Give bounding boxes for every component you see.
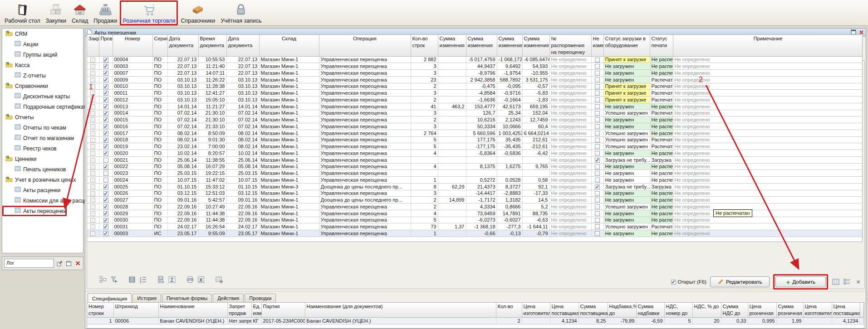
cell-proved[interactable] <box>99 230 113 237</box>
cell-warehouse[interactable]: Магазин Мини-1 <box>259 170 319 177</box>
cell-doc-date[interactable]: 22.07.13 <box>167 56 198 63</box>
cell-note[interactable]: Не определено <box>673 136 863 143</box>
cell-unchanged[interactable] <box>591 230 603 237</box>
cell-line-count[interactable]: 3 <box>411 190 438 197</box>
cell-series[interactable]: ПО <box>152 183 167 190</box>
cell-unchanged[interactable] <box>591 76 603 83</box>
cell-sum2[interactable]: 50,3334 <box>466 123 497 130</box>
cell-doc-date[interactable]: 09.01.16 <box>167 197 198 203</box>
filter-add-icon[interactable] <box>110 276 118 284</box>
spec-cell-15[interactable]: 20 <box>692 317 721 324</box>
cell-series[interactable]: ПО <box>152 130 167 136</box>
cell-closed[interactable] <box>87 183 99 190</box>
cell-sum3[interactable]: -0,095 <box>497 83 522 90</box>
cell-sum3[interactable]: 42,5173 <box>497 103 522 110</box>
sidebar-item-3[interactable]: Группы акций <box>2 49 83 60</box>
cell-operation[interactable]: Управленческая переоценка <box>319 150 411 157</box>
proved-checkbox[interactable] <box>103 111 108 116</box>
cell-order-number[interactable]: Не определено <box>549 217 591 223</box>
cell-unchanged[interactable] <box>591 97 603 103</box>
sidebar-item-18[interactable]: Акты переоценки <box>2 206 67 216</box>
proved-checkbox[interactable] <box>103 184 108 189</box>
cell-doc-date[interactable]: 10.02.14 <box>167 150 198 157</box>
cell-order-number[interactable]: Не определено <box>549 143 591 150</box>
proved-checkbox[interactable] <box>103 124 108 129</box>
spec-col-header-13[interactable]: Сумма надбавки <box>636 303 664 317</box>
sidebar-item-15[interactable]: Учет в розничных ценах <box>2 174 83 185</box>
cell-sum2[interactable]: 2 942,3858 <box>466 76 497 83</box>
cell-sum3[interactable]: 10,0666 <box>497 123 522 130</box>
cell-warehouse[interactable]: Магазин Мини-1 <box>259 90 319 97</box>
cell-doc-date[interactable]: 03.10.13 <box>167 76 198 83</box>
cell-sum1[interactable]: 463,2 <box>438 103 466 110</box>
acts-col-header-10[interactable]: Кол-во строк <box>411 35 438 56</box>
acts-row[interactable]: 00027ПО09.01.165:42:5709.01.16Магазин Ми… <box>87 197 863 203</box>
cell-operation[interactable]: Управленческая переоценка <box>319 210 411 217</box>
cell-operation[interactable]: Управленческая переоценка <box>319 123 411 130</box>
sidebar-item-2[interactable]: Акции <box>2 39 83 49</box>
cell-proved[interactable] <box>99 110 113 116</box>
unchanged-checkbox[interactable] <box>595 184 600 189</box>
spec-col-header-2[interactable]: Штрихкод <box>113 303 158 317</box>
cell-unchanged[interactable] <box>591 203 603 210</box>
cell-doc-time[interactable]: 11:26:22 <box>198 76 226 83</box>
cell-order-number[interactable]: Не определено <box>549 177 591 184</box>
cell-order-number[interactable]: Не определено <box>549 110 591 116</box>
open-f6-checkbox[interactable] <box>671 280 676 285</box>
sidebar-item-16[interactable]: Акты расценки <box>2 185 83 195</box>
proved-checkbox[interactable] <box>103 144 108 149</box>
cell-closed[interactable] <box>87 203 99 210</box>
cell-warehouse[interactable]: Магазин Мини-1 <box>259 76 319 83</box>
cell-number[interactable]: 00004 <box>113 56 152 63</box>
cell-load-status[interactable]: Не загружен <box>603 116 650 123</box>
cell-sum2[interactable]: -0,475 <box>466 83 497 90</box>
cell-number[interactable]: 00014 <box>113 110 152 116</box>
cell-order-number[interactable]: Не определено <box>549 83 591 90</box>
cell-number[interactable]: 00029 <box>113 210 152 217</box>
cell-doc-date[interactable]: 07.02.14 <box>167 110 198 116</box>
cell-print-status[interactable]: Не распеча... <box>650 203 673 210</box>
cell-doc-date[interactable]: 23.02.14 <box>167 143 198 150</box>
cell-order-number[interactable]: Не определено <box>549 136 591 143</box>
cell-closed[interactable] <box>87 150 99 157</box>
cell-number[interactable]: 00031 <box>113 223 152 230</box>
cell-sum1[interactable] <box>438 116 466 123</box>
closed-checkbox[interactable] <box>90 124 95 129</box>
cell-load-status[interactable]: Не загружен <box>603 103 650 110</box>
acts-row[interactable]: 00012ПО03.10.1315:05:1003.10.13Магазин М… <box>87 97 863 103</box>
acts-row[interactable]: 00025ПО01.10.1515:33:1201.10.15Магазин М… <box>87 183 863 190</box>
cell-closed[interactable] <box>87 230 99 237</box>
cell-series[interactable]: ПО <box>152 103 167 110</box>
tab-3[interactable]: Печатные формы <box>162 294 212 302</box>
cell-order-number[interactable]: Не определено <box>549 197 591 203</box>
cell-unchanged[interactable] <box>591 150 603 157</box>
cell-closed[interactable] <box>87 83 99 90</box>
cell-print-status[interactable]: Не распеча... <box>650 177 673 184</box>
cell-proved[interactable] <box>99 136 113 143</box>
cell-doc-time[interactable]: 16:26:54 <box>198 223 226 230</box>
cell-operation[interactable]: Управленческая переоценка <box>319 83 411 90</box>
cell-warehouse[interactable]: Магазин Мини-1 <box>259 150 319 157</box>
spec-cell-1[interactable]: 1 <box>87 317 113 324</box>
cell-load-status[interactable]: Не загружен <box>603 177 650 184</box>
cell-operation[interactable]: Дооценка до цены последнего пр... <box>319 197 411 203</box>
cell-sum4[interactable]: -6 085,6474 <box>522 56 549 63</box>
cell-sum3[interactable]: -2,8883 <box>497 190 522 197</box>
cell-sum4[interactable]: 6 664,0214 <box>522 130 549 136</box>
cell-print-status[interactable]: Распечатан <box>650 223 673 230</box>
cell-operation[interactable]: Управленческая переоценка <box>319 63 411 70</box>
toolbar-item-1[interactable]: Рабочий стол <box>2 0 43 25</box>
cell-proved[interactable] <box>99 156 113 163</box>
spec-cell-16[interactable]: 0,33 <box>721 317 748 324</box>
cell-warehouse[interactable]: Магазин Мини-1 <box>259 70 319 77</box>
spec-col-header-12[interactable]: Надбавка,% до <box>608 303 636 317</box>
unchanged-checkbox[interactable] <box>595 117 600 122</box>
cell-sum1[interactable] <box>438 83 466 90</box>
cell-warehouse[interactable]: Магазин Мини-1 <box>259 156 319 163</box>
excel-export-icon[interactable]: X <box>197 276 205 284</box>
cell-sum4[interactable] <box>522 156 549 163</box>
unchanged-checkbox[interactable] <box>595 71 600 76</box>
close-pane-icon[interactable]: ✕ <box>854 278 862 286</box>
spec-cell-10[interactable]: 4,1234 <box>550 317 579 324</box>
cell-sum3[interactable]: -0,1664 <box>497 97 522 103</box>
